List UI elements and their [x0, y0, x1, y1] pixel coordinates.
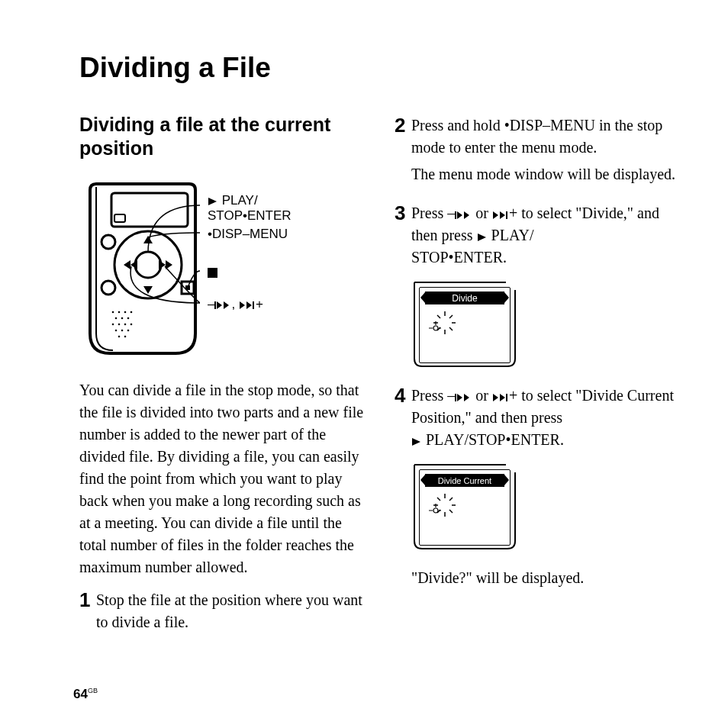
section-heading: Dividing a file at the current position [79, 113, 364, 161]
svg-point-13 [121, 317, 124, 319]
svg-rect-38 [506, 394, 507, 401]
device-body-svg [85, 182, 200, 358]
page-number: 64 [73, 687, 88, 701]
svg-rect-24 [214, 301, 216, 309]
device-illustration: PLAY/ STOP•ENTER •DISP–MENU –, + [85, 182, 345, 358]
step-number: 2 [395, 111, 405, 140]
step-text: Press and hold •DISP–MENU in the stop mo… [411, 114, 679, 159]
busy-spinner-icon [428, 311, 456, 339]
page-footer: 64GB [73, 687, 98, 702]
svg-point-21 [127, 329, 130, 331]
step-2: 2 Press and hold •DISP–MENU in the stop … [395, 114, 679, 185]
play-icon [477, 233, 488, 242]
svg-line-36 [449, 327, 453, 330]
step-text: Press – or + to select "Divide Current P… [411, 387, 674, 448]
svg-point-16 [118, 323, 121, 325]
svg-point-18 [130, 323, 133, 325]
label-text: PLAY/ [222, 193, 258, 208]
fast-forward-icon [492, 211, 509, 220]
svg-point-22 [118, 335, 121, 337]
triangle-right-icon [504, 475, 509, 485]
two-column-layout: Dividing a file at the current position [79, 113, 679, 644]
step-1: 1 Stop the file at the position where yo… [79, 589, 364, 633]
lcd-divide: Divide [411, 279, 518, 371]
svg-point-20 [121, 329, 124, 331]
svg-point-5 [101, 281, 115, 295]
svg-point-4 [101, 235, 115, 249]
svg-rect-26 [455, 211, 456, 219]
svg-point-14 [127, 317, 130, 319]
step-4-result: "Divide?" will be displayed. [411, 567, 679, 589]
busy-spinner-icon [428, 494, 456, 521]
step-text: The menu mode window will be displayed. [411, 163, 679, 185]
svg-line-44 [437, 498, 440, 501]
rewind-icon [214, 301, 231, 310]
lcd-title: Divide Current [425, 474, 504, 487]
step-3: 3 Press – or + to select "Divide," and t… [395, 202, 679, 269]
callout-stop [208, 265, 217, 280]
step-number: 1 [79, 586, 90, 615]
svg-point-9 [118, 311, 121, 313]
right-column: 2 Press and hold •DISP–MENU in the stop … [395, 113, 679, 644]
svg-rect-37 [455, 394, 456, 401]
page-title: Dividing a File [79, 52, 679, 84]
play-icon [208, 197, 218, 206]
callout-disp-menu: •DISP–MENU [208, 227, 288, 242]
label-text: STOP•ENTER [208, 208, 292, 223]
svg-point-11 [130, 311, 133, 313]
svg-rect-27 [506, 211, 507, 219]
page-region: GB [88, 687, 98, 694]
label-text: + [256, 297, 263, 311]
lcd-divide-current: Divide Current [411, 462, 518, 553]
intro-paragraph: You can divide a file in the stop mode, … [79, 379, 364, 578]
step-4: 4 Press – or + to select "Divide Current… [395, 385, 679, 451]
callout-play-stop-enter: PLAY/ STOP•ENTER [208, 193, 292, 224]
lcd-title: Divide [425, 292, 504, 304]
svg-line-34 [449, 315, 453, 318]
svg-line-33 [437, 315, 440, 318]
rewind-icon [455, 393, 472, 402]
triangle-right-icon [504, 292, 509, 303]
svg-point-8 [112, 311, 114, 313]
left-column: Dividing a file at the current position [79, 113, 364, 644]
svg-point-3 [135, 252, 161, 278]
svg-point-19 [115, 329, 118, 331]
fast-forward-icon [492, 393, 509, 402]
svg-rect-25 [253, 301, 254, 309]
step-text: Stop the file at the position where you … [96, 591, 362, 630]
play-icon [411, 437, 422, 446]
svg-line-47 [449, 510, 453, 513]
fast-forward-icon [239, 301, 256, 310]
svg-point-15 [112, 323, 114, 325]
svg-point-17 [124, 323, 127, 325]
rewind-icon [455, 211, 472, 220]
svg-line-45 [449, 498, 453, 501]
label-text: – [208, 297, 214, 311]
callout-rew-ff: –, + [208, 297, 263, 312]
stop-icon [208, 268, 217, 278]
svg-point-12 [115, 317, 118, 319]
label-text: , [231, 297, 235, 311]
step-text: Press – or + to select "Divide," and the… [411, 205, 659, 266]
step-number: 3 [395, 199, 405, 228]
svg-rect-1 [114, 214, 125, 222]
step-number: 4 [395, 382, 405, 411]
svg-point-10 [124, 311, 127, 313]
svg-point-23 [124, 335, 127, 337]
